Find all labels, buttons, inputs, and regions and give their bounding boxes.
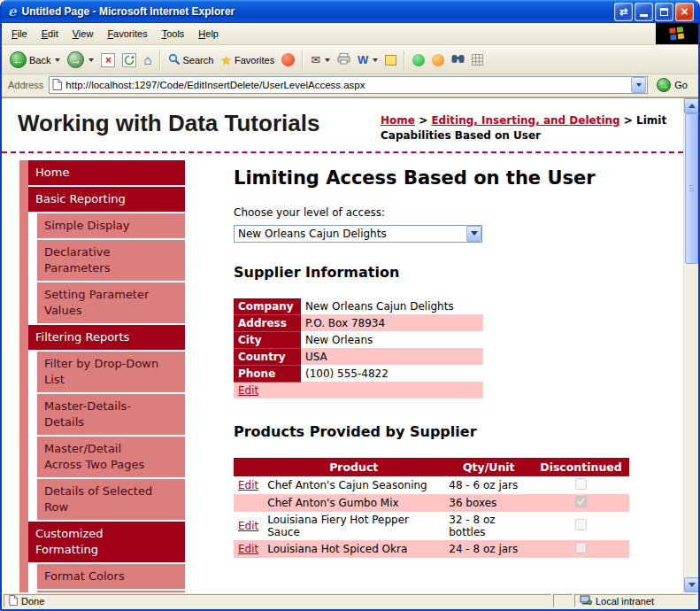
menu-help[interactable]: Help xyxy=(191,26,226,42)
binoculars-icon xyxy=(451,54,465,66)
dropdown-arrow-button[interactable] xyxy=(466,226,481,242)
sidebar-item-setting-parameter-values[interactable]: Setting Parameter Values xyxy=(37,282,185,323)
messenger-button[interactable] xyxy=(409,52,428,68)
sidebar-item-filtering-reports[interactable]: Filtering Reports xyxy=(28,325,185,350)
scroll-down-button[interactable] xyxy=(684,577,699,592)
edit-product-link[interactable]: Edit xyxy=(238,543,258,555)
edit-product-link[interactable]: Edit xyxy=(238,479,258,491)
sidebar-item-format-colors[interactable]: Format Colors xyxy=(37,564,185,589)
print-button[interactable] xyxy=(334,51,354,68)
mail-button[interactable]: ✉ xyxy=(307,51,334,68)
maximize-button[interactable] xyxy=(655,3,673,21)
status-zone-pane: Local intranet xyxy=(574,594,696,607)
home-button[interactable]: ⌂ xyxy=(140,50,155,69)
breadcrumb: Home > Editing, Inserting, and Deleting … xyxy=(381,110,671,143)
refresh-button[interactable] xyxy=(119,51,140,69)
menu-file[interactable]: File xyxy=(4,26,35,42)
media-icon xyxy=(281,53,295,66)
supplier-field-value: New Orleans Cajun Delights xyxy=(301,298,483,315)
products-header-row: Product Qty/Unit Discontinued xyxy=(234,458,629,476)
titlebar[interactable]: e Untitled Page - Microsoft Internet Exp… xyxy=(2,0,698,23)
access-level-label: Choose your level of access: xyxy=(234,206,673,219)
product-row: Edit Louisiana Hot Spiced Okra 24 - 8 oz… xyxy=(234,540,629,558)
supplier-field-value: (100) 555-4822 xyxy=(301,365,483,382)
scrollbar-track[interactable] xyxy=(684,113,698,577)
product-name: Chef Anton's Gumbo Mix xyxy=(263,494,444,512)
breadcrumb-home-link[interactable]: Home xyxy=(381,114,415,127)
sidebar-item-basic-reporting[interactable]: Basic Reporting xyxy=(28,187,185,212)
back-label: Back xyxy=(29,55,50,66)
product-row: Edit Chef Anton's Cajun Seasoning 48 - 6… xyxy=(234,476,629,494)
sidebar-item-details-of-selected-row[interactable]: Details of Selected Row xyxy=(37,479,185,520)
supplier-row: Address P.O. Box 78934 xyxy=(234,314,483,331)
status-mini-pane xyxy=(553,594,573,607)
minimize-button[interactable] xyxy=(635,3,653,21)
menubar: File Edit View Favorites Tools Help xyxy=(2,23,698,45)
print-icon xyxy=(337,53,350,66)
stop-button[interactable]: × xyxy=(97,51,119,69)
discontinued-checkbox xyxy=(575,519,587,530)
discuss-button[interactable] xyxy=(381,53,400,67)
sidebar-strip xyxy=(19,160,28,592)
addressbar: Address http://localhost:1297/Code/EditI… xyxy=(2,74,698,97)
address-input[interactable]: http://localhost:1297/Code/EditInsertDel… xyxy=(49,76,648,94)
supplier-table: Company New Orleans Cajun Delights Addre… xyxy=(234,298,483,398)
page-header: Working with Data Tutorials Home > Editi… xyxy=(2,98,683,153)
site-title: Working with Data Tutorials xyxy=(18,110,319,137)
product-row: Chef Anton's Gumbo Mix 36 boxes xyxy=(234,494,629,512)
menu-tools[interactable]: Tools xyxy=(155,26,192,42)
product-qty: 36 boxes xyxy=(444,494,533,512)
supplier-row: Company New Orleans Cajun Delights xyxy=(234,298,483,315)
menu-edit[interactable]: Edit xyxy=(35,26,65,42)
discontinued-checkbox xyxy=(575,478,587,490)
sidebar-item-filter-by-drop-down-list[interactable]: Filter by Drop-Down List xyxy=(37,352,185,392)
discontinued-checkbox xyxy=(575,496,587,507)
scroll-up-button[interactable] xyxy=(684,98,699,113)
search-button[interactable]: Search xyxy=(165,51,218,69)
supplier-field-label: Address xyxy=(234,314,301,331)
supplier-row: Phone (100) 555-4822 xyxy=(234,365,483,382)
product-qty: 24 - 8 oz jars xyxy=(444,540,533,558)
supplier-heading: Supplier Information xyxy=(234,264,673,281)
media-button[interactable] xyxy=(278,51,298,68)
supplier-field-label: Phone xyxy=(234,365,301,382)
favorites-button[interactable]: ★ Favorites xyxy=(217,51,278,69)
toolbar: ← Back → × ⌂ Search ★ Favorites xyxy=(2,45,698,74)
minimize-icon xyxy=(640,14,648,17)
edit-product-link[interactable]: Edit xyxy=(238,520,258,532)
close-button[interactable]: × xyxy=(675,3,694,21)
back-button[interactable]: ← Back xyxy=(6,50,64,70)
sidebar-item-home[interactable]: Home xyxy=(28,160,185,185)
discontinued-checkbox xyxy=(575,542,587,553)
forward-button[interactable]: → xyxy=(64,50,97,70)
scrollbar-thumb[interactable] xyxy=(685,113,698,264)
sidebar-item-master-details-details[interactable]: Master-Details-Details xyxy=(37,394,185,435)
edit-in-word-button[interactable]: W xyxy=(354,51,381,68)
research-button[interactable] xyxy=(448,52,468,67)
sidebar-item-master-detail-across-two-pages[interactable]: Master/Detail Across Two Pages xyxy=(37,437,185,477)
menu-view[interactable]: View xyxy=(65,26,101,42)
ie-logo-icon: e xyxy=(8,4,17,19)
address-dropdown-button[interactable] xyxy=(631,77,646,93)
sidebar-item-declarative-parameters[interactable]: Declarative Parameters xyxy=(37,240,185,281)
edit-supplier-link[interactable]: Edit xyxy=(238,384,258,397)
resize-button[interactable]: ⇄ xyxy=(614,3,633,21)
favorites-star-icon: ★ xyxy=(220,53,232,67)
page: Working with Data Tutorials Home > Editi… xyxy=(2,98,683,592)
vertical-scrollbar[interactable] xyxy=(683,98,698,592)
breadcrumb-section-link[interactable]: Editing, Inserting, and Deleting xyxy=(431,114,619,127)
sidebar-item-simple-display[interactable]: Simple Display xyxy=(37,213,185,238)
links-button[interactable] xyxy=(468,52,487,67)
go-button[interactable]: → Go xyxy=(653,78,696,92)
msn-button[interactable] xyxy=(428,52,448,68)
sidebar-item-customized-formatting[interactable]: Customized Formatting xyxy=(28,522,185,562)
menu-favorites[interactable]: Favorites xyxy=(100,26,154,42)
search-icon xyxy=(168,53,181,67)
dropdown-selected-value: New Orleans Cajun Delights xyxy=(238,228,466,240)
resize-icon: ⇄ xyxy=(619,6,627,18)
access-level-dropdown[interactable]: New Orleans Cajun Delights xyxy=(234,225,482,243)
sidebar-nav: Home Basic Reporting Simple Display Decl… xyxy=(19,160,185,592)
word-dropdown-caret xyxy=(373,58,378,62)
supplier-field-value: USA xyxy=(301,348,483,365)
products-header-qty: Qty/Unit xyxy=(444,458,533,476)
